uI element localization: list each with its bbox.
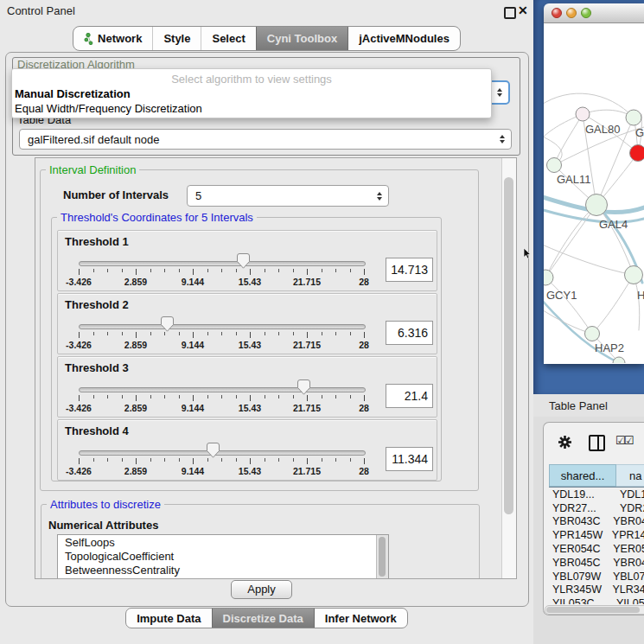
tick-mark xyxy=(250,269,251,275)
tick-mark xyxy=(179,269,180,272)
tick-mark xyxy=(236,395,237,399)
table-row[interactable]: YBL079WYBL079W xyxy=(549,570,644,583)
table-row[interactable]: YBR043CYBR043C xyxy=(549,515,644,529)
network-node-hap2[interactable] xyxy=(585,327,600,341)
table-row[interactable]: YDR27...YDR27 xyxy=(549,501,644,515)
tick-mark xyxy=(250,332,251,338)
table-row[interactable]: YBR045CYBR045C xyxy=(549,556,644,570)
tick-mark xyxy=(150,332,151,335)
network-icon xyxy=(84,33,93,45)
list-scrollbar[interactable] xyxy=(376,535,388,579)
tick-mark xyxy=(93,458,94,462)
table-row[interactable]: YDL19...YDL19 xyxy=(549,488,644,501)
network-node-ga[interactable] xyxy=(626,110,641,125)
column-header-0[interactable]: shared... xyxy=(549,464,616,487)
threshold-slider[interactable]: -3.4262.8599.14415.4321.71528 xyxy=(79,380,364,415)
table-data-combobox[interactable]: galFiltered.sif default node xyxy=(19,129,512,150)
threshold-panel-2: Threshold 2-3.4262.8599.14415.4321.71528… xyxy=(57,293,437,354)
slider-thumb[interactable] xyxy=(297,379,310,395)
horizontal-scrollbar[interactable] xyxy=(545,605,644,615)
slider-track[interactable] xyxy=(79,324,366,329)
network-canvas[interactable]: GAL80GAGAL11GAL4GCY1HHAP2 xyxy=(544,23,644,364)
table-cell: YIL053C xyxy=(613,597,644,604)
tick-label: 28 xyxy=(345,403,383,413)
slider-thumb[interactable] xyxy=(237,253,250,269)
table-cell: YDL19... xyxy=(549,488,616,501)
number-of-intervals-combobox[interactable]: 5 xyxy=(187,185,389,207)
control-panel-window: Control Panel ✕ NetworkStyleSelectCyni T… xyxy=(0,0,533,644)
threshold-value-field[interactable]: 6.316 xyxy=(386,321,433,345)
table-row[interactable]: YLR345WYLR345W xyxy=(549,583,644,597)
tab-label: jActiveMNodules xyxy=(359,32,450,45)
bottom-tab-bar-wrap: Impute DataDiscretize DataInfer Network xyxy=(0,608,533,628)
gear-icon[interactable] xyxy=(558,435,572,450)
traffic-lights xyxy=(552,8,591,18)
list-item[interactable]: SelfLoops xyxy=(58,535,388,549)
threshold-slider[interactable]: -3.4262.8599.14415.4321.71528 xyxy=(79,443,364,478)
tab-jactivemnodules[interactable]: jActiveMNodules xyxy=(348,27,460,50)
slider-track[interactable] xyxy=(79,450,366,456)
table-body: YDL19...YDL19YDR27...YDR27YBR043CYBR043C… xyxy=(549,488,644,604)
threshold-slider[interactable]: -3.4262.8599.14415.4321.71528 xyxy=(79,317,364,352)
tab-infer-network[interactable]: Infer Network xyxy=(314,609,407,628)
threshold-value-field[interactable]: 11.344 xyxy=(386,447,433,471)
list-item[interactable]: BetweennessCentrality xyxy=(58,563,388,577)
table-row[interactable]: YPR145WYPR145W xyxy=(549,528,644,542)
tab-impute-data[interactable]: Impute Data xyxy=(126,609,211,628)
screen: Control Panel ✕ NetworkStyleSelectCyni T… xyxy=(0,0,644,644)
apply-button[interactable]: Apply xyxy=(231,580,292,599)
tick-mark xyxy=(265,269,265,272)
slider-track[interactable] xyxy=(79,387,366,392)
dropdown-option-manual-discretization[interactable]: Manual Discretization xyxy=(15,87,131,100)
tick-mark xyxy=(236,458,237,462)
tab-label: Cyni Toolbox xyxy=(267,32,337,45)
float-window-icon[interactable] xyxy=(504,7,516,19)
tick-mark xyxy=(136,458,137,464)
table-panel-body: ☑☑ shared...na YDL19...YDL19YDR27...YDR2… xyxy=(533,417,644,644)
threshold-value-field[interactable]: 14.713 xyxy=(386,258,433,282)
network-node-gal4[interactable] xyxy=(586,194,608,216)
tab-select[interactable]: Select xyxy=(201,27,255,50)
vertical-scrollbar-thumb[interactable] xyxy=(504,177,513,514)
network-node-h[interactable] xyxy=(625,266,643,284)
dropdown-option-equal-width-frequency[interactable]: Equal Width/Frequency Discretization xyxy=(15,102,202,115)
vertical-scrollbar[interactable] xyxy=(501,158,516,578)
list-item[interactable]: TopologicalCoefficient xyxy=(58,549,388,563)
columns-icon[interactable] xyxy=(589,435,605,451)
threshold-panel-1: Threshold 1-3.4262.8599.14415.4321.71528… xyxy=(57,230,437,291)
tick-mark xyxy=(278,332,279,335)
minimize-traffic-light[interactable] xyxy=(566,8,577,18)
bottom-tab-bar: Impute DataDiscretize DataInfer Network xyxy=(125,608,408,628)
horizontal-scrollbar-thumb[interactable] xyxy=(546,607,640,613)
column-header-1[interactable]: na xyxy=(616,464,644,487)
table-cell: YLR345W xyxy=(609,583,644,596)
zoom-traffic-light[interactable] xyxy=(581,8,591,18)
tick-label: -3.426 xyxy=(60,340,98,350)
network-node-gal80[interactable] xyxy=(576,107,590,121)
network-node[interactable] xyxy=(630,145,644,162)
table-cell: YER054C xyxy=(609,543,644,555)
threshold-value-field[interactable]: 21.4 xyxy=(386,384,433,408)
tick-mark xyxy=(364,332,365,338)
tab-network[interactable]: Network xyxy=(73,27,152,50)
network-node-gal11[interactable] xyxy=(547,158,562,173)
close-icon[interactable]: ✕ xyxy=(518,3,528,17)
threshold-label: Threshold 2 xyxy=(65,298,129,311)
table-row[interactable]: YER054CYER054C xyxy=(549,542,644,556)
slider-track[interactable] xyxy=(79,261,366,266)
slider-thumb[interactable] xyxy=(207,443,220,458)
close-traffic-light[interactable] xyxy=(552,8,562,18)
checkbox-icons[interactable]: ☑☑ xyxy=(615,434,632,447)
numerical-attributes-list[interactable]: SelfLoopsTopologicalCoefficientBetweenne… xyxy=(57,534,389,579)
table-row[interactable]: YIL053CYIL053C xyxy=(549,596,644,604)
tab-style[interactable]: Style xyxy=(152,27,201,50)
tab-discretize-data[interactable]: Discretize Data xyxy=(212,609,314,628)
tick-mark xyxy=(136,395,137,401)
slider-thumb[interactable] xyxy=(161,316,174,332)
tick-label: 9.144 xyxy=(174,277,212,287)
tab-cyni-toolbox[interactable]: Cyni Toolbox xyxy=(256,27,348,50)
table-cell: YLR345W xyxy=(549,583,609,596)
settings-scroll-pane: Interval Definition Number of Intervals … xyxy=(35,157,517,579)
list-scrollbar-thumb[interactable] xyxy=(379,537,386,577)
threshold-slider[interactable]: -3.4262.8599.14415.4321.71528 xyxy=(79,254,364,289)
